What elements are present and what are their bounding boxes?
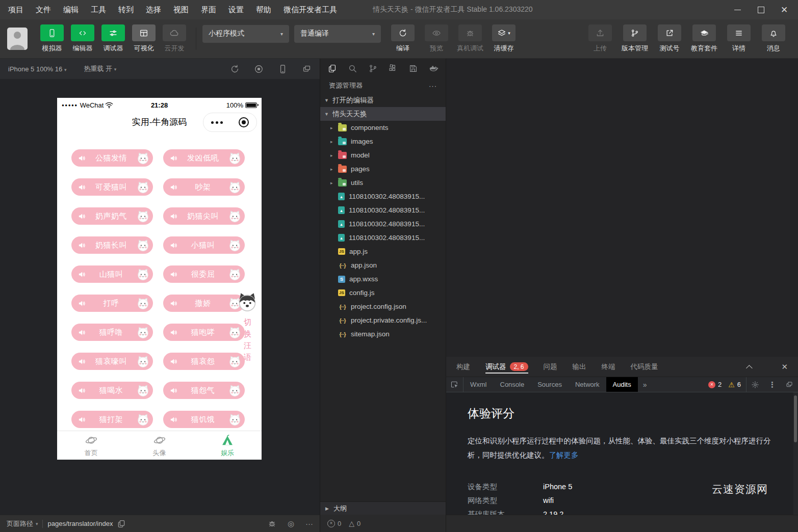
switch-dog-mode-widget[interactable]: 切换汪语	[237, 291, 259, 363]
sound-button[interactable]: 奶猫长叫	[71, 236, 153, 254]
tree-item[interactable]: project.config.json	[320, 300, 446, 313]
activity-icon[interactable]	[429, 64, 439, 73]
page-path-label[interactable]: 页面路径	[7, 519, 33, 528]
sound-button[interactable]: 很委屈	[163, 265, 245, 283]
rotate-icon[interactable]	[230, 64, 240, 74]
more-tabs-icon[interactable]: »	[638, 377, 652, 392]
sound-button[interactable]: 猫哀怨	[163, 353, 245, 370]
toolbar-view-button[interactable]: 模拟器	[37, 24, 67, 53]
scrollbar[interactable]	[793, 393, 797, 514]
panel-tab[interactable]: 代码质量	[631, 357, 658, 377]
menu-item[interactable]: 帮助	[250, 0, 277, 19]
sound-button[interactable]: 撒娇	[163, 295, 245, 312]
watch-icon[interactable]: ◎	[288, 520, 294, 527]
outline-section[interactable]: ▶ 大纲	[320, 501, 446, 515]
tree-item[interactable]: app.js	[320, 245, 446, 258]
menu-item[interactable]: 微信开发者工具	[277, 0, 343, 19]
sound-button[interactable]: 猫咆哮	[163, 324, 245, 341]
tree-item[interactable]: ▸ images	[320, 135, 446, 148]
dock-side-icon[interactable]	[781, 377, 798, 392]
menu-item[interactable]: 项目	[2, 0, 30, 19]
sound-button[interactable]: 发凶低吼	[163, 149, 245, 167]
panel-tab[interactable]: 调试器 2, 6	[485, 357, 528, 377]
device-frame-icon[interactable]	[278, 64, 288, 74]
menu-item[interactable]: 文件	[30, 0, 57, 19]
toolbar-right-button[interactable]: 测试号	[652, 24, 687, 53]
tree-item[interactable]: app.json	[320, 258, 446, 272]
vconsole-icon[interactable]	[268, 519, 276, 528]
devtools-tab[interactable]: Network	[569, 377, 606, 392]
toolbar-right-button[interactable]: 版本管理	[617, 24, 652, 53]
minimize-button[interactable]	[726, 0, 749, 19]
panel-tab[interactable]: 问题	[544, 357, 557, 377]
scrollbar-thumb[interactable]	[794, 395, 797, 442]
copy-icon[interactable]	[117, 519, 126, 528]
phone-tab[interactable]: 首页	[57, 431, 125, 460]
toolbar-right-button[interactable]: 教育套件	[687, 24, 722, 53]
panel-tab[interactable]: 终端	[602, 357, 615, 377]
menu-item[interactable]: 设置	[222, 0, 250, 19]
menu-item[interactable]: 视图	[167, 0, 195, 19]
activity-icon[interactable]	[348, 64, 357, 73]
toolbar-action-button[interactable]: 编译	[386, 24, 420, 53]
toolbar-view-button[interactable]: 编辑器	[67, 24, 98, 53]
console-counts[interactable]: × 2 ⚠ 6	[708, 377, 746, 392]
menu-item[interactable]: 选择	[140, 0, 167, 19]
stop-icon[interactable]	[254, 64, 264, 74]
maximize-button[interactable]	[749, 0, 773, 19]
more-options-icon[interactable]: ···	[305, 520, 313, 527]
toolbar-view-button[interactable]: 云开发	[159, 24, 190, 53]
sound-button[interactable]: 小猫叫	[163, 236, 245, 254]
sound-button[interactable]: 奶声奶气	[71, 207, 153, 225]
toolbar-right-button[interactable]: 详情	[722, 24, 756, 53]
toolbar-action-button[interactable]: 真机调试	[453, 24, 487, 53]
activity-icon[interactable]	[327, 64, 337, 73]
devtools-tab[interactable]: Wxml	[464, 377, 494, 392]
sound-button[interactable]: 公猫发情	[71, 149, 153, 167]
sound-button[interactable]: 可爱猫叫	[71, 178, 153, 196]
tree-item[interactable]: sitemap.json	[320, 327, 446, 341]
sound-button[interactable]: 猫打架	[71, 411, 153, 428]
activity-icon[interactable]	[408, 64, 418, 73]
toolbar-view-button[interactable]: 调试器	[98, 24, 128, 53]
toolbar-right-button[interactable]: 消息	[756, 24, 791, 53]
sound-button[interactable]: 猫饥饿	[163, 411, 245, 428]
sound-button[interactable]: 奶猫尖叫	[163, 207, 245, 225]
activity-icon[interactable]	[368, 64, 378, 73]
tree-item[interactable]: ▸ pages	[320, 162, 446, 176]
sound-button[interactable]: 猫喝水	[71, 382, 153, 399]
tree-item[interactable]: ▸ model	[320, 148, 446, 162]
compile-mode-select[interactable]: 普通编译 ▾	[294, 25, 381, 43]
menu-item[interactable]: 转到	[112, 0, 140, 19]
panel-tab[interactable]: 构建	[456, 357, 470, 377]
mode-select[interactable]: 小程序模式 ▾	[202, 25, 289, 43]
devtools-tab[interactable]: Sources	[531, 377, 569, 392]
settings-gear-icon[interactable]	[746, 377, 764, 392]
toolbar-action-button[interactable]: 预览	[420, 24, 453, 53]
open-editors-section[interactable]: ▼ 打开的编辑器	[320, 93, 446, 107]
tree-item[interactable]: 1108100302.48083915...	[320, 203, 446, 217]
more-actions-icon[interactable]: ···	[429, 82, 437, 90]
exit-target-icon[interactable]	[239, 117, 249, 127]
project-section[interactable]: ▼ 情头天天换	[320, 107, 446, 121]
sound-button[interactable]: 猫哀嚎叫	[71, 353, 153, 370]
collapse-panel-icon[interactable]	[748, 362, 753, 371]
devtools-tab[interactable]: Console	[494, 377, 531, 392]
tree-item[interactable]: 1108100302.48083915...	[320, 231, 446, 245]
toolbar-right-button[interactable]: 上传	[583, 24, 617, 53]
close-button[interactable]: ✕	[773, 0, 796, 19]
devtools-menu-icon[interactable]: ⋮	[764, 377, 781, 392]
tree-item[interactable]: ▸ utils	[320, 176, 446, 190]
tree-item[interactable]: ▸ components	[320, 121, 446, 135]
sound-button[interactable]: 山猫叫	[71, 265, 153, 283]
learn-more-link[interactable]: 了解更多	[549, 451, 579, 459]
devtools-tab[interactable]: Audits	[606, 377, 638, 392]
hot-reload-toggle[interactable]: 热重载 开 ▾	[84, 64, 116, 73]
menu-item[interactable]: 界面	[195, 0, 222, 19]
menu-item[interactable]: 工具	[85, 0, 112, 19]
sound-button[interactable]: 打呼	[71, 295, 153, 312]
tree-item[interactable]: 1108100302.48083915...	[320, 190, 446, 203]
tree-item[interactable]: 1108100302.48083915...	[320, 217, 446, 231]
phone-tab[interactable]: 娱乐	[193, 431, 262, 460]
more-icon[interactable]	[211, 121, 223, 124]
